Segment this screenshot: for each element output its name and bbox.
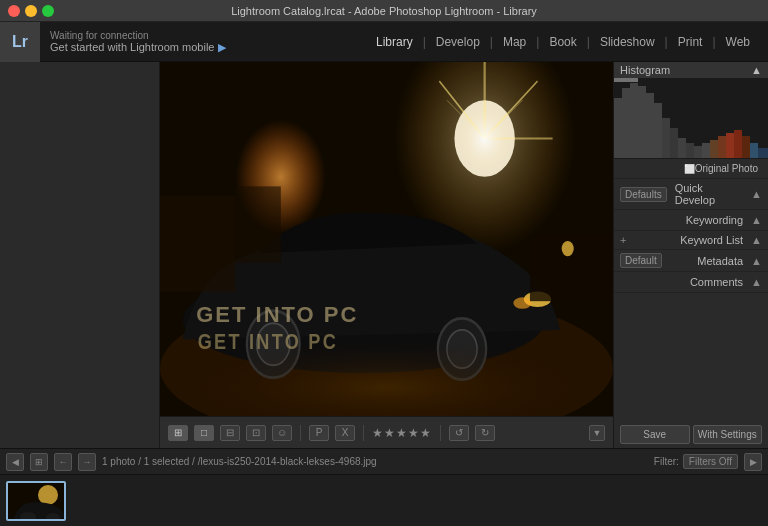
minimize-button[interactable]	[25, 5, 37, 17]
main-area: GET INTO PC ⊞ □ ⊟ ⊡ ☺ P X	[0, 62, 768, 448]
traffic-lights	[8, 5, 54, 17]
svg-line-7	[485, 100, 523, 138]
panel-buttons: Save With Settings	[614, 421, 768, 448]
filmstrip-nav-left[interactable]: ←	[54, 453, 72, 471]
filter-value[interactable]: Filters Off	[683, 454, 738, 469]
svg-point-1	[160, 292, 613, 416]
svg-rect-33	[678, 138, 686, 158]
nav-library[interactable]: Library	[368, 31, 421, 53]
loupe-view-button[interactable]: □	[194, 425, 214, 441]
keyword-list-label[interactable]: Keyword List	[680, 234, 743, 246]
nav-web[interactable]: Web	[718, 31, 758, 53]
svg-point-13	[513, 297, 531, 308]
histogram-header: Histogram ▲	[614, 62, 768, 78]
svg-line-8	[447, 100, 485, 138]
metadata-default-badge[interactable]: Default	[620, 253, 662, 268]
histogram-collapse-icon[interactable]: ▲	[751, 64, 762, 76]
filmstrip-nav-right[interactable]: →	[78, 453, 96, 471]
original-photo-icon: ⬜	[684, 164, 695, 174]
star-rating[interactable]: ★★★★★	[372, 426, 432, 440]
center-area: GET INTO PC ⊞ □ ⊟ ⊡ ☺ P X	[160, 62, 613, 448]
thumb-image-1	[8, 483, 64, 519]
compare-view-button[interactable]: ⊟	[220, 425, 240, 441]
keywording-collapse[interactable]: ▲	[751, 214, 762, 226]
add-keyword-icon[interactable]: +	[620, 234, 626, 246]
nav-print[interactable]: Print	[670, 31, 711, 53]
close-button[interactable]	[8, 5, 20, 17]
filmstrip-grid-btn[interactable]: ⊞	[30, 453, 48, 471]
svg-rect-0	[160, 62, 613, 416]
right-panel: Histogram ▲	[613, 62, 768, 448]
lr-logo: Lr	[0, 22, 40, 62]
original-photo-item: ⬜ Original Photo	[614, 159, 768, 179]
comments-label: Comments	[690, 276, 743, 288]
svg-rect-20	[160, 196, 236, 292]
quick-develop-label[interactable]: Quick Develop	[675, 182, 743, 206]
defaults-badge[interactable]: Defaults	[620, 187, 667, 202]
save-button[interactable]: Save	[620, 425, 690, 444]
with-settings-button[interactable]: With Settings	[693, 425, 763, 444]
get-started[interactable]: Get started with Lightroom mobile ▶	[50, 41, 358, 54]
metadata-row: Default Metadata ▲	[614, 250, 768, 272]
filmstrip-info: 1 photo / 1 selected / /lexus-is250-2014…	[102, 456, 648, 467]
svg-point-23	[562, 241, 574, 256]
quick-develop-collapse[interactable]: ▲	[751, 188, 762, 200]
svg-point-2	[454, 100, 514, 177]
survey-view-button[interactable]: ⊡	[246, 425, 266, 441]
svg-point-14	[247, 311, 300, 378]
toolbar-sep-2	[363, 425, 364, 441]
keywording-item[interactable]: Keywording ▲	[614, 210, 768, 231]
svg-point-16	[438, 318, 486, 379]
filter-area: Filter: Filters Off	[654, 454, 738, 469]
svg-rect-38	[718, 136, 726, 158]
flag-reject-button[interactable]: X	[335, 425, 355, 441]
keyword-list-collapse[interactable]: ▲	[751, 234, 762, 246]
svg-rect-36	[702, 143, 710, 158]
topbar: Lr Waiting for connection Get started wi…	[0, 22, 768, 62]
photo-viewer[interactable]: GET INTO PC	[160, 62, 613, 416]
toolbar-sep-1	[300, 425, 301, 441]
titlebar: Lightroom Catalog.lrcat - Adobe Photosho…	[0, 0, 768, 22]
histogram-canvas	[614, 78, 768, 158]
left-panel	[0, 62, 160, 448]
grid-view-button[interactable]: ⊞	[168, 425, 188, 441]
histogram-section: Histogram ▲	[614, 62, 768, 159]
nav-develop[interactable]: Develop	[428, 31, 488, 53]
filmstrip-right-arrow[interactable]: ▶	[744, 453, 762, 471]
rotate-left-button[interactable]: ↺	[449, 425, 469, 441]
nav-slideshow[interactable]: Slideshow	[592, 31, 663, 53]
svg-rect-41	[742, 136, 750, 158]
svg-rect-40	[734, 130, 742, 158]
flag-pick-button[interactable]: P	[309, 425, 329, 441]
svg-rect-29	[646, 93, 654, 158]
svg-rect-44	[614, 78, 638, 82]
filmstrip-bar: ◀ ⊞ ← → 1 photo / 1 selected / /lexus-is…	[0, 448, 768, 474]
filmstrip-left-arrow[interactable]: ◀	[6, 453, 24, 471]
keywording-label: Keywording	[686, 214, 743, 226]
metadata-label[interactable]: Metadata	[697, 255, 743, 267]
photo-toolbar: ⊞ □ ⊟ ⊡ ☺ P X ★★★★★ ↺ ↻ ▼	[160, 416, 613, 448]
metadata-collapse[interactable]: ▲	[751, 255, 762, 267]
svg-rect-31	[662, 118, 670, 158]
maximize-button[interactable]	[42, 5, 54, 17]
nav-book[interactable]: Book	[541, 31, 584, 53]
people-view-button[interactable]: ☺	[272, 425, 292, 441]
main-nav: Library | Develop | Map | Book | Slidesh…	[368, 31, 768, 53]
toolbar-scroll-end[interactable]: ▼	[589, 425, 605, 441]
svg-rect-35	[694, 146, 702, 158]
svg-point-18	[175, 339, 598, 416]
filmstrip-thumb-1[interactable]	[6, 481, 66, 521]
connection-info: Waiting for connection Get started with …	[40, 28, 368, 56]
svg-point-46	[38, 485, 58, 505]
svg-point-17	[447, 330, 477, 368]
svg-rect-22	[530, 234, 613, 301]
svg-rect-37	[710, 140, 718, 158]
connection-status: Waiting for connection	[50, 30, 358, 41]
svg-rect-39	[726, 133, 734, 158]
rotate-right-button[interactable]: ↻	[475, 425, 495, 441]
svg-point-9	[394, 62, 575, 253]
svg-rect-27	[630, 83, 638, 158]
comments-collapse[interactable]: ▲	[751, 276, 762, 288]
comments-item[interactable]: Comments ▲	[614, 272, 768, 293]
nav-map[interactable]: Map	[495, 31, 534, 53]
